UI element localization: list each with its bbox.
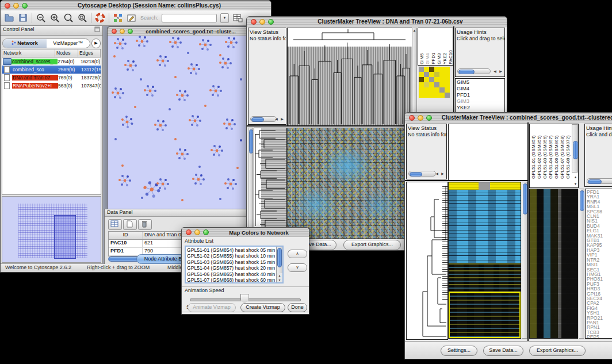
network-window-1-titlebar[interactable]: combined_scores_good.txt--cluste... — [108, 27, 248, 36]
export-graphics-button[interactable]: Export Graphics... — [529, 346, 586, 356]
gene-label[interactable]: HAP3 — [587, 248, 612, 252]
heatmap-selected-cluster[interactable] — [449, 292, 521, 338]
attribute-list-vscrollbar[interactable] — [276, 247, 282, 273]
column-label[interactable]: GIM4 — [425, 29, 430, 64]
scroll-up-icon[interactable] — [412, 29, 417, 33]
gene-label[interactable]: PFD1 — [457, 92, 503, 98]
scroll-left-icon[interactable] — [434, 172, 439, 176]
settings-button[interactable]: Settings... — [441, 346, 477, 356]
gene-label[interactable]: NIS1 — [587, 219, 612, 223]
gene-label[interactable]: SEC1 — [587, 267, 612, 272]
gene-label[interactable]: NTR2 — [587, 258, 612, 262]
row-dendrogram-vscrollbar[interactable] — [248, 128, 253, 239]
attribute-list-scroll-arrows[interactable]: ▲▼ — [276, 273, 282, 282]
column-label[interactable]: GPL51-06 (GSM865) — [554, 125, 559, 179]
gene-label[interactable]: PUF3 — [587, 282, 612, 286]
zoom-button[interactable] — [426, 115, 432, 121]
new-attribute-tab[interactable] — [123, 219, 137, 230]
gene-label[interactable]: HMG1 — [587, 272, 612, 277]
zoom-fit-icon[interactable] — [63, 13, 74, 23]
close-button[interactable] — [112, 29, 117, 34]
attribute-list[interactable]: GPL51-01 (GSM854) heat shock 05 minGPL51… — [185, 246, 284, 283]
gene-label[interactable]: HRD3 — [587, 286, 612, 291]
gene-label[interactable]: GIM3 — [457, 98, 503, 105]
gene-label[interactable]: MSL1 — [587, 204, 612, 209]
zoom-button[interactable] — [22, 3, 28, 9]
zoom-button[interactable] — [128, 29, 133, 34]
treeview2-titlebar[interactable]: ClusterMaker TreeView : combined_scores_… — [405, 113, 612, 123]
minimize-button[interactable] — [259, 19, 265, 25]
similarity-matrix-detail[interactable] — [419, 67, 450, 98]
column-label[interactable]: GIM3 — [437, 29, 442, 64]
scroll-left-icon[interactable] — [274, 117, 279, 121]
hints-hscrollbar[interactable] — [587, 178, 612, 184]
gene-label[interactable]: MSI1 — [587, 262, 612, 267]
attribute-item[interactable]: GPL51-01 (GSM854) heat shock 05 min — [187, 247, 281, 253]
column-label[interactable]: GPL51-01 (GSM854) — [531, 125, 536, 179]
close-button[interactable] — [5, 3, 10, 9]
hints-hscrollbar[interactable] — [457, 68, 491, 74]
gene-label[interactable]: SEC24 — [587, 296, 612, 301]
create-vizmap-button[interactable]: Create Vizmap — [240, 303, 285, 312]
expression-heatmap[interactable] — [286, 128, 411, 239]
close-button[interactable] — [186, 229, 192, 235]
gene-label[interactable]: VIP1 — [587, 252, 612, 257]
scroll-right-icon[interactable] — [280, 117, 285, 121]
network-row[interactable]: combined_sco 2569(6) 13112(15) — [2, 66, 101, 74]
status-hscrollbar[interactable] — [408, 171, 436, 177]
attribute-table-icon[interactable] — [232, 13, 243, 23]
tab-network[interactable]: Network — [3, 39, 47, 48]
minimize-button[interactable] — [120, 29, 125, 34]
scroll-left-icon[interactable] — [492, 70, 498, 74]
tab-overflow-arrow[interactable]: ▶ — [91, 39, 101, 48]
column-label[interactable]: GPL51-08 (GSM872) — [565, 125, 571, 179]
gene-label[interactable]: MAK31 — [587, 233, 612, 238]
scroll-down-icon[interactable] — [573, 182, 578, 186]
attribute-table-tab[interactable] — [108, 219, 122, 230]
attribute-item[interactable]: GPL51-02 (GSM855) heat shock 10 min — [187, 253, 281, 259]
column-label[interactable]: GIM5 — [419, 29, 424, 64]
float-panel-icon[interactable] — [94, 26, 100, 32]
done-button[interactable]: Done — [288, 303, 307, 312]
network-nodes-icon[interactable] — [113, 13, 123, 23]
scroll-right-icon[interactable] — [440, 172, 445, 176]
gene-label[interactable]: SPC98 — [587, 209, 612, 214]
gene-label[interactable]: GIM5 — [457, 79, 503, 86]
row-dendrogram[interactable] — [254, 128, 287, 240]
scroll-right-icon[interactable] — [498, 70, 503, 74]
speed-slider-thumb[interactable] — [240, 294, 249, 304]
help-lifesaver-icon[interactable] — [95, 13, 105, 23]
search-input[interactable] — [162, 14, 217, 22]
gene-label[interactable]: RPO21 — [587, 316, 612, 320]
gene-label[interactable]: PHO81 — [587, 277, 612, 281]
close-button[interactable] — [409, 115, 415, 121]
animate-vizmap-button[interactable]: Animate Vizmap — [188, 303, 236, 312]
gene-label[interactable]: PAN1 — [587, 320, 612, 325]
minimize-button[interactable] — [13, 3, 19, 9]
gene-label[interactable]: YRA1 — [587, 194, 612, 199]
network-row[interactable]: RNAPuberNov2+I 563(0) 107847(0) — [2, 82, 101, 90]
gene-label[interactable]: RNR4 — [587, 200, 612, 204]
gene-label[interactable]: KAP95 — [587, 243, 612, 247]
column-dendrogram[interactable] — [448, 124, 528, 181]
gene-label[interactable]: GTB1 — [587, 238, 612, 243]
gene-label[interactable]: RPN1 — [587, 325, 612, 329]
move-up-button[interactable]: ∧ — [288, 250, 307, 258]
treeview1-titlebar[interactable]: ClusterMaker TreeView : DNA and Tran 07-… — [247, 17, 507, 27]
save-session-icon[interactable] — [18, 13, 28, 23]
gene-label[interactable]: YKE2 — [457, 105, 503, 111]
column-label[interactable]: PFD1 — [431, 29, 436, 64]
gene-list-vscrollbar[interactable] — [579, 189, 584, 339]
zoom-button[interactable] — [268, 19, 274, 25]
gene-label[interactable]: BUD4 — [587, 224, 612, 228]
delete-attribute-tab[interactable] — [138, 219, 152, 230]
zoom-out-icon[interactable] — [36, 13, 46, 23]
gene-label[interactable]: FIG4 — [587, 306, 612, 311]
gene-label[interactable]: PEP5 — [587, 335, 612, 339]
expression-heatmap[interactable] — [448, 182, 521, 339]
network-canvas-1[interactable] — [108, 36, 248, 209]
zoom-in-icon[interactable] — [49, 13, 60, 23]
close-button[interactable] — [251, 19, 257, 25]
tab-vizmapper[interactable]: VizMapper™ — [47, 39, 90, 48]
top-strip-vscrollbar[interactable] — [412, 28, 417, 125]
